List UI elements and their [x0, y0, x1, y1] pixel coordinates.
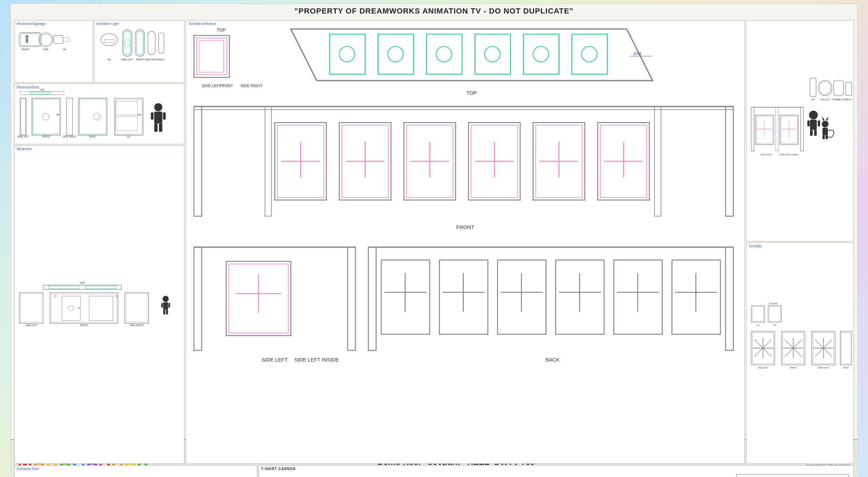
entrance-light-title: Entrance Light: [97, 22, 119, 26]
svg-rect-82: [197, 38, 227, 75]
svg-rect-194: [823, 135, 825, 139]
svg-rect-166: [818, 80, 832, 96]
svg-text:side: side: [633, 51, 642, 56]
svg-rect-45: [159, 123, 162, 132]
svg-text:FRONT: FRONT: [22, 48, 29, 51]
svg-text:SIDE RIGHT: SIDE RIGHT: [241, 84, 263, 88]
right-shelter-panel: TOP SIDE LEFT FRONT SIDE RIGHT BACK: [746, 20, 854, 241]
restroom-drawing: TOP: [16, 147, 183, 462]
svg-rect-60: [21, 294, 42, 322]
svg-point-42: [154, 103, 162, 111]
svg-rect-89: [426, 34, 462, 74]
svg-rect-134: [194, 247, 202, 350]
svg-rect-55: [86, 286, 116, 289]
page-title: "PROPERTY OF DREAMWORKS ANIMATION TV - D…: [11, 4, 857, 18]
svg-rect-88: [378, 34, 414, 74]
restroom-panel: Restroom TOP: [14, 145, 184, 464]
svg-text:SIDE LEFT: SIDE LEFT: [820, 99, 831, 101]
svg-text:SIDE RIGHT: SIDE RIGHT: [63, 135, 76, 138]
svg-rect-31: [32, 98, 61, 135]
svg-rect-54: [48, 286, 79, 289]
svg-rect-193: [823, 128, 828, 135]
svg-text:SIDE LEFT: SIDE LEFT: [17, 135, 29, 138]
entrance-light-drawing: 3/4 SIDE LEFT FRONT SIDE RIGHT BACK: [96, 22, 183, 81]
svg-point-98: [582, 46, 597, 62]
right-top-panels: TOP SIDE LEFT FRONT SIDE RIGHT BACK: [746, 20, 854, 464]
svg-rect-169: [846, 82, 852, 96]
svg-text:BACK: BACK: [846, 99, 851, 101]
left-panels: Restroom/Signage: [14, 20, 184, 464]
restroom-signage-title: Restroom/Signage: [17, 22, 45, 26]
restroom-signage-row: Restroom/Signage: [14, 20, 184, 83]
restroom-signage-panel: Restroom/Signage: [14, 20, 93, 83]
svg-text:SIDE RIGHT: SIDE RIGHT: [145, 58, 158, 61]
svg-text:3/4: 3/4: [108, 58, 111, 61]
svg-text:FRONT: FRONT: [790, 367, 797, 369]
svg-text:SIDE LEFT: SIDE LEFT: [758, 367, 768, 369]
svg-rect-40: [116, 100, 142, 134]
svg-text:SIDE LEFT INSIDE: SIDE LEFT INSIDE: [294, 357, 339, 363]
svg-rect-106: [265, 107, 272, 216]
svg-text:top: top: [757, 324, 759, 326]
svg-rect-72: [163, 302, 168, 310]
svg-rect-190: [807, 120, 810, 126]
svg-point-192: [822, 121, 828, 127]
svg-rect-175: [751, 107, 754, 151]
svg-rect-143: [368, 247, 376, 350]
svg-rect-199: [751, 306, 765, 322]
svg-rect-200: [752, 307, 764, 322]
svg-rect-188: [810, 130, 813, 136]
restroom-signage-drawing: FRONT SIDE 3/4: [16, 22, 91, 81]
svg-rect-29: [20, 98, 26, 135]
svg-rect-70: [126, 294, 147, 322]
svg-text:SIDE RIGHT: SIDE RIGHT: [761, 154, 773, 156]
svg-rect-47: [163, 112, 166, 120]
svg-point-67: [54, 295, 56, 297]
svg-point-2: [25, 35, 28, 38]
svg-text:BACK: BACK: [89, 135, 96, 138]
svg-text:TOP: TOP: [811, 99, 815, 101]
svg-text:FRONT: FRONT: [80, 324, 88, 326]
svg-rect-223: [840, 331, 852, 365]
svg-point-15: [125, 39, 130, 47]
svg-rect-189: [814, 130, 817, 136]
svg-text:TOP: TOP: [217, 27, 226, 33]
svg-rect-65: [78, 307, 80, 308]
svg-rect-144: [726, 247, 733, 350]
svg-rect-19: [159, 33, 164, 53]
svg-rect-105: [726, 107, 733, 216]
svg-rect-1: [21, 33, 40, 45]
svg-rect-195: [826, 135, 828, 139]
svg-text:FRONT: FRONT: [456, 224, 474, 230]
svg-text:SIDE LEFT: SIDE LEFT: [121, 58, 133, 61]
svg-rect-17: [136, 31, 143, 55]
svg-rect-69: [125, 293, 149, 323]
t-shirt-cannon-drawing: SIDE LEFT - with T-shirt Ball TOP: [260, 467, 852, 477]
svg-rect-73: [163, 310, 165, 315]
svg-rect-164: [810, 78, 816, 96]
svg-point-96: [485, 46, 500, 62]
svg-text:SIDE LEFT: SIDE LEFT: [262, 357, 288, 363]
svg-point-38: [94, 113, 100, 120]
svg-rect-41: [138, 114, 141, 116]
svg-rect-187: [810, 120, 817, 130]
svg-rect-104: [194, 107, 202, 216]
svg-rect-76: [168, 303, 170, 308]
t-shirt-cannon-panel: T-SHIRT CANNON SIDE LEFT - with T-shirt …: [259, 465, 854, 477]
svg-text:BACK: BACK: [843, 367, 849, 369]
restroom-door-drawing: TOP: [16, 85, 183, 143]
svg-rect-59: [19, 293, 43, 323]
svg-point-97: [533, 46, 549, 62]
svg-rect-202: [768, 306, 782, 322]
svg-point-94: [388, 46, 403, 62]
restroom-door-title: RestroomDoor: [17, 85, 39, 89]
svg-text:FRONT: FRONT: [42, 135, 50, 138]
svg-rect-66: [89, 296, 113, 321]
svg-text:BACK: BACK: [158, 58, 165, 61]
svg-text:SIDE LEFT: SIDE LEFT: [202, 84, 222, 88]
svg-rect-177: [776, 107, 778, 151]
right-shelter-drawing: TOP SIDE LEFT FRONT SIDE RIGHT BACK: [748, 22, 852, 240]
top-row: Restroom/Signage: [14, 20, 854, 464]
entrance-door-drawing: TOP: [16, 467, 256, 477]
svg-rect-90: [475, 34, 510, 74]
